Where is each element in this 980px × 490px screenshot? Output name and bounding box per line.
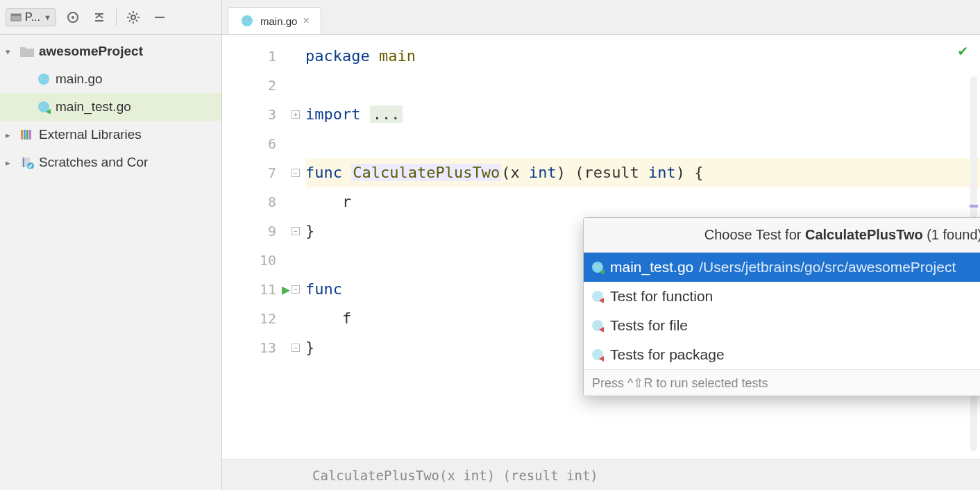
popup-item-path: /Users/jetbrains/go/src/awesomeProject <box>699 259 956 276</box>
settings-button[interactable] <box>124 8 143 27</box>
tree-label: External Libraries <box>39 127 142 142</box>
run-icon[interactable]: ▶ <box>282 275 290 304</box>
popup-item-label: Tests for package <box>610 346 725 363</box>
svg-point-24 <box>242 15 253 26</box>
svg-point-33 <box>599 266 600 267</box>
tab-label: main.go <box>260 15 297 27</box>
gutter-line[interactable]: 13 <box>222 333 292 362</box>
close-icon[interactable]: × <box>303 15 309 27</box>
tree-root[interactable]: ▾ awesomeProject <box>0 37 221 65</box>
fold-column: + − − − − <box>292 35 305 459</box>
tree-scratches[interactable]: ▸ Scratches and Cor <box>0 149 221 176</box>
code-line: package main <box>305 42 980 71</box>
line-gutter: 1 2 3 6 7 8 9 10 11 ▶ 12 13 <box>222 35 292 459</box>
popup-item[interactable]: Tests for file <box>584 311 980 340</box>
breadcrumb-bar: CalculatePlusTwo(x int) (result int) <box>222 459 980 490</box>
svg-point-6 <box>38 74 49 85</box>
gutter-line[interactable]: 1 <box>222 42 292 71</box>
breadcrumb[interactable]: CalculatePlusTwo(x int) (result int) <box>312 468 598 483</box>
project-tree: ▾ awesomeProject main.go main_test.go ▸ <box>0 35 221 176</box>
code-line: r <box>305 187 980 217</box>
popup-title-suffix: (1 found) <box>923 227 980 242</box>
separator <box>116 9 117 26</box>
svg-rect-20 <box>29 130 31 140</box>
collapse-icon <box>93 11 105 24</box>
chevron-down-icon: ▼ <box>44 13 51 22</box>
tree-label: Scratches and Cor <box>39 155 148 170</box>
svg-rect-17 <box>21 130 23 140</box>
chevron-down-icon: ▾ <box>6 47 15 57</box>
gutter-line[interactable]: 3 <box>222 100 292 129</box>
go-test-file-icon <box>36 99 51 115</box>
project-view-select[interactable]: P... ▼ <box>6 8 56 26</box>
gutter-line[interactable]: 9 <box>222 217 292 246</box>
choose-test-popup: Choose Test for CalculatePlusTwo (1 foun… <box>583 217 980 396</box>
go-test-icon <box>591 319 605 332</box>
svg-rect-18 <box>24 130 26 140</box>
editor-tabs: main.go × <box>222 0 980 35</box>
svg-point-4 <box>131 15 135 19</box>
collapse-all-button[interactable] <box>90 8 109 27</box>
popup-item-label: Test for function <box>610 288 713 305</box>
chevron-right-icon: ▸ <box>6 130 15 140</box>
scratches-icon <box>19 155 35 170</box>
tree-file[interactable]: main.go <box>0 65 221 93</box>
gutter-line[interactable]: 10 <box>222 246 292 275</box>
fold-collapse-icon[interactable]: − <box>292 227 300 235</box>
project-select-label: P... <box>25 11 40 24</box>
code-line <box>305 71 980 100</box>
gutter-line[interactable]: 7 <box>222 158 292 187</box>
tab-main-go[interactable]: main.go × <box>228 7 321 34</box>
svg-point-9 <box>41 78 42 78</box>
svg-rect-22 <box>23 158 24 167</box>
fold-collapse-icon[interactable]: − <box>292 344 300 352</box>
project-sidebar: P... ▼ ▾ awesomeProject <box>0 0 222 490</box>
code-line: func CalculatePlusTwo(x int) (result int… <box>305 158 980 187</box>
library-icon <box>19 127 35 142</box>
go-test-icon <box>591 348 605 362</box>
tree-file-selected[interactable]: main_test.go <box>0 93 221 121</box>
popup-item[interactable]: Tests for package <box>584 340 980 369</box>
fold-expand-icon[interactable]: + <box>292 110 300 119</box>
popup-title-strong: CalculatePlusTwo <box>805 227 923 242</box>
locate-button[interactable] <box>63 8 83 27</box>
gutter-line[interactable]: 6 <box>222 129 292 158</box>
popup-item[interactable]: Test for function <box>584 282 980 311</box>
tree-external-libraries[interactable]: ▸ External Libraries <box>0 121 221 149</box>
chevron-right-icon: ▸ <box>6 158 15 168</box>
hide-sidebar-button[interactable] <box>150 8 169 27</box>
popup-item-label: main_test.go <box>610 259 693 276</box>
scrollbar-marker <box>970 205 978 208</box>
gutter-line[interactable]: 11 ▶ <box>222 275 292 304</box>
sidebar-toolbar: P... ▼ <box>0 0 221 35</box>
gutter-line[interactable]: 8 <box>222 187 292 217</box>
folder-icon <box>19 44 35 59</box>
popup-item-label: Tests for file <box>610 317 688 334</box>
svg-rect-19 <box>26 130 28 140</box>
svg-point-28 <box>248 19 249 20</box>
go-test-icon <box>591 289 605 303</box>
project-icon <box>10 12 22 23</box>
go-file-icon <box>36 71 51 87</box>
svg-point-15 <box>45 105 46 106</box>
popup-item-selected[interactable]: main_test.go /Users/jetbrains/go/src/awe… <box>584 253 980 282</box>
gear-icon <box>126 10 140 24</box>
popup-title: Choose Test for CalculatePlusTwo (1 foun… <box>584 218 980 253</box>
popup-title-prefix: Choose Test for <box>704 227 805 242</box>
target-icon <box>66 10 80 24</box>
popup-hint: Press ^⇧R to run selected tests <box>584 369 980 396</box>
tree-file-label: main.go <box>56 71 103 87</box>
analysis-ok-icon[interactable]: ✔ <box>958 42 968 59</box>
editor-area: main.go × 1 2 3 6 7 8 9 10 11 ▶ 12 13 <box>222 0 980 490</box>
svg-rect-5 <box>155 17 164 18</box>
svg-point-32 <box>595 266 595 267</box>
svg-point-3 <box>71 16 74 19</box>
go-file-icon <box>239 13 255 28</box>
svg-point-14 <box>41 105 42 106</box>
gutter-line[interactable]: 12 <box>222 304 292 333</box>
gutter-line[interactable]: 2 <box>222 71 292 100</box>
svg-point-10 <box>45 78 46 78</box>
fold-collapse-icon[interactable]: − <box>292 169 300 177</box>
fold-collapse-icon[interactable]: − <box>292 285 300 294</box>
svg-point-27 <box>244 19 245 20</box>
